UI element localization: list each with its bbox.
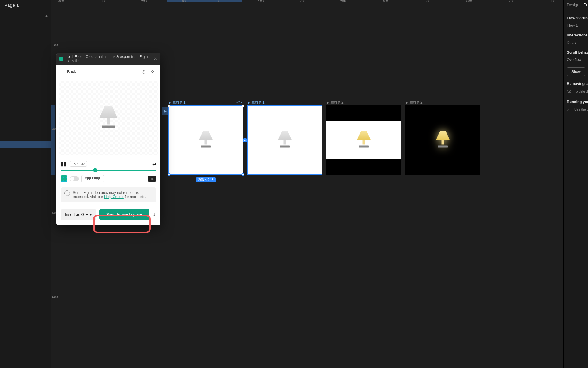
lottiefiles-logo-icon xyxy=(59,57,63,61)
ruler-tick: -400 xyxy=(57,0,64,3)
plugin-title-text: LottieFiles - Create animations & export… xyxy=(66,55,151,63)
ruler-tick: -200 xyxy=(140,0,147,3)
help-center-link[interactable]: Help Center xyxy=(104,195,124,199)
selection-handle[interactable] xyxy=(168,173,170,176)
tab-design[interactable]: Design xyxy=(567,2,579,7)
delete-icon: ⌫ xyxy=(567,89,572,94)
ruler-tick: 200 xyxy=(300,0,305,3)
section-flow: Flow starting xyxy=(567,16,585,20)
layers-sidebar: Page 1 ⌄ + xyxy=(0,0,51,368)
clock-icon[interactable]: ◷ xyxy=(140,68,147,75)
lamp-off-icon xyxy=(278,131,292,147)
frame-2[interactable] xyxy=(247,105,322,175)
show-prototype-button[interactable]: Show xyxy=(567,67,585,76)
frame-label[interactable]: ▶프레임2 xyxy=(327,100,344,105)
lamp-off-icon xyxy=(199,131,213,147)
ruler-tick: -100 xyxy=(180,0,187,3)
transparency-swatch-icon[interactable] xyxy=(61,175,67,182)
overflow-row[interactable]: Overflow xyxy=(567,58,585,62)
section-interactions: Interactions xyxy=(567,33,585,37)
insert-gif-button[interactable]: Insert as GIF▾ xyxy=(61,209,96,220)
ruler-tick: 600 xyxy=(52,295,58,299)
ruler-tick: 800 xyxy=(550,0,555,3)
ruler-tick: 500 xyxy=(425,0,430,3)
refresh-icon[interactable]: ⟳ xyxy=(149,68,156,75)
hex-input[interactable]: #FFFFFF xyxy=(81,175,104,182)
close-icon[interactable]: ✕ xyxy=(154,56,157,61)
frame-counter[interactable]: 18 / 102 xyxy=(70,161,87,167)
plugin-toolbar: ← Back ◷ ⟳ xyxy=(56,65,160,78)
pause-icon[interactable]: ▮▮ xyxy=(61,160,67,167)
frame-label[interactable]: ▶프레임1 xyxy=(169,100,186,105)
interaction-delay[interactable]: Delay xyxy=(567,40,585,45)
ruler-v-selection xyxy=(51,105,55,175)
ruler-tick: 0 xyxy=(218,0,220,3)
dimension-label: 296 × 245 xyxy=(196,177,216,182)
play-icon: ▷ xyxy=(567,107,572,112)
frame-3[interactable] xyxy=(326,105,401,175)
remove-hint: ⌫To dele drag on xyxy=(567,89,585,94)
download-icon[interactable]: ⤓ xyxy=(152,212,156,217)
plugin-actions: Insert as GIF▾ Save to workspace ⤓ xyxy=(56,206,160,225)
ruler-tick: 600 xyxy=(466,0,472,3)
lamp-preview-icon xyxy=(99,106,118,128)
speed-selector[interactable]: 1x xyxy=(148,176,156,182)
info-icon: i xyxy=(64,190,70,196)
run-hint: ▷Use the to play are no button presen xyxy=(567,107,585,112)
section-run: Running your xyxy=(567,100,585,104)
ruler-horizontal: -400 -300 -200 -100 0 100 200 296 400 50… xyxy=(51,0,569,2)
animation-preview xyxy=(56,78,160,158)
background-row: #FFFFFF 1x xyxy=(56,174,160,186)
flow-name[interactable]: Flow 1 xyxy=(567,23,585,28)
plugin-titlebar[interactable]: LottieFiles - Create animations & export… xyxy=(56,53,160,65)
selection-handle[interactable] xyxy=(242,105,244,107)
ruler-tick: 296 xyxy=(340,0,346,3)
section-scroll: Scroll behavi xyxy=(567,50,585,55)
playback-controls: ▮▮ 18 / 102 ⇄ xyxy=(56,158,160,170)
ruler-tick: 400 xyxy=(383,0,388,3)
timeline-track[interactable] xyxy=(61,170,156,171)
back-button[interactable]: Back xyxy=(67,69,138,74)
chevron-down-icon: ▾ xyxy=(90,212,92,217)
ruler-tick: 100 xyxy=(52,43,58,47)
frame-4[interactable] xyxy=(405,105,480,175)
ruler-tick: 700 xyxy=(509,0,514,3)
selection-handle[interactable] xyxy=(168,105,170,107)
lottiefiles-plugin-panel: LottieFiles - Create animations & export… xyxy=(56,53,160,225)
save-workspace-button[interactable]: Save to workspace xyxy=(99,209,149,220)
add-page-button[interactable]: + xyxy=(43,13,50,20)
warning-note: i Some Figma features may not render as … xyxy=(61,187,156,202)
embed-icon[interactable]: </> xyxy=(236,100,242,105)
tab-prototype[interactable]: Pr xyxy=(583,2,587,7)
frame-label[interactable]: ▶프레임2 xyxy=(406,100,423,105)
lamp-on-icon xyxy=(357,131,371,147)
frame-1[interactable] xyxy=(168,105,243,175)
page-row[interactable]: Page 1 ⌄ xyxy=(0,0,51,10)
selected-layer-row[interactable] xyxy=(0,141,51,148)
timeline-thumb[interactable] xyxy=(93,168,97,172)
frame-label[interactable]: ▶프레임1 xyxy=(248,100,265,105)
section-remove: Removing a c xyxy=(567,82,585,86)
chevron-down-icon: ⌄ xyxy=(44,3,47,7)
lamp-glow-icon xyxy=(436,131,450,147)
flow-start-badge[interactable]: ▶ xyxy=(162,107,168,115)
prototype-connection-icon[interactable]: ▸ xyxy=(243,138,247,142)
selection-handle[interactable] xyxy=(242,173,244,176)
ruler-tick: 100 xyxy=(258,0,264,3)
loop-icon[interactable]: ⇄ xyxy=(152,161,156,167)
bg-toggle[interactable] xyxy=(70,176,79,181)
timeline[interactable] xyxy=(56,170,160,174)
panel-tabs: Design Pr xyxy=(567,2,585,10)
note-text: Some Figma features may not render as ex… xyxy=(73,190,153,199)
ruler-tick: -300 xyxy=(100,0,106,3)
back-arrow-icon[interactable]: ← xyxy=(61,69,65,74)
properties-panel: Design Pr Flow starting Flow 1 Interacti… xyxy=(564,0,588,368)
page-label: Page 1 xyxy=(4,2,19,8)
